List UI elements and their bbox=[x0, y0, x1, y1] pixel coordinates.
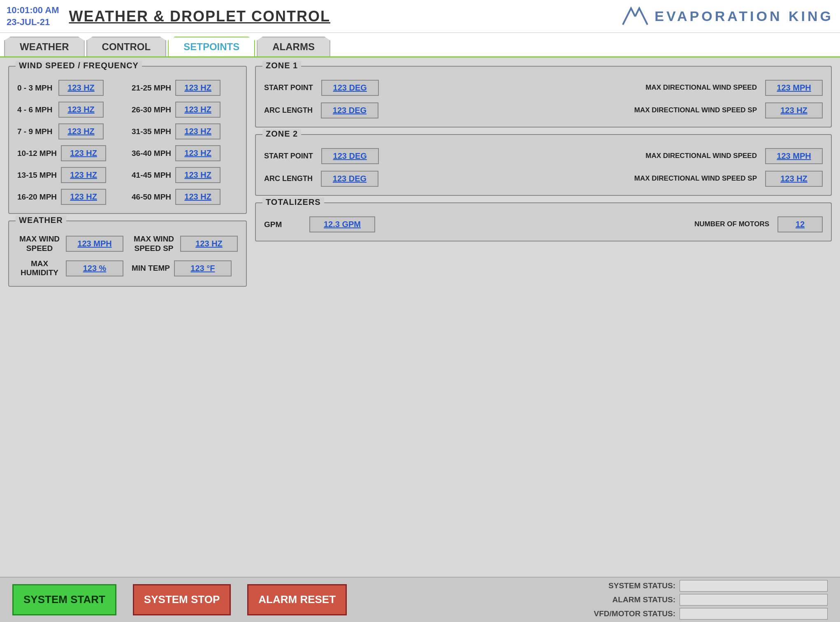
wind-label-16-20: 16-20 MPH bbox=[17, 193, 57, 202]
datetime-line1: 10:01:00 AM bbox=[7, 5, 59, 16]
zone2-start-point-value[interactable]: 123 DEG bbox=[321, 148, 379, 164]
totalizers-title: TOTALIZERS bbox=[262, 197, 324, 207]
wind-row-10-12: 10-12 MPH 123 HZ bbox=[17, 145, 123, 161]
num-motors-label: NUMBER OF MOTORS bbox=[687, 220, 769, 229]
ek-logo-icon bbox=[621, 6, 650, 27]
header: 10:01:00 AM 23-JUL-21 WEATHER & DROPLET … bbox=[0, 0, 840, 33]
wind-label-46-50: 46-50 MPH bbox=[132, 193, 171, 202]
wind-value-7-9[interactable]: 123 HZ bbox=[58, 123, 104, 139]
wind-value-36-40[interactable]: 123 HZ bbox=[175, 145, 220, 161]
min-temp-value[interactable]: 123 °F bbox=[174, 260, 232, 276]
wind-label-31-35: 31-35 MPH bbox=[132, 127, 171, 136]
wind-value-31-35[interactable]: 123 HZ bbox=[175, 123, 220, 139]
zone2-max-dir-wind-speed-sp-label: MAX DIRECTIONAL WIND SPEED SP bbox=[634, 174, 757, 183]
min-temp-label: MIN TEMP bbox=[132, 264, 170, 273]
wind-speed-section: WIND SPEED / FREQUENCY 0 - 3 MPH 123 HZ … bbox=[8, 66, 247, 214]
tab-alarms[interactable]: ALARMS bbox=[257, 37, 330, 56]
wind-value-16-20[interactable]: 123 HZ bbox=[61, 189, 106, 205]
max-wind-speed-sp-label: MAX WIND SPEED SP bbox=[132, 234, 176, 253]
wind-row-7-9: 7 - 9 MPH 123 HZ bbox=[17, 123, 123, 139]
tab-control[interactable]: CONTROL bbox=[86, 37, 167, 56]
right-panel: ZONE 1 START POINT 123 DEG MAX DIRECTION… bbox=[255, 66, 832, 569]
wind-value-4-6[interactable]: 123 HZ bbox=[58, 102, 104, 118]
system-stop-button[interactable]: SYSTEM STOP bbox=[133, 584, 231, 615]
vfd-motor-status-label: VFD/MOTOR STATUS: bbox=[585, 609, 675, 618]
company-logo: EVAPORATION KING bbox=[621, 6, 833, 27]
zone1-max-dir-wind-speed-sp-label: MAX DIRECTIONAL WIND SPEED SP bbox=[634, 106, 757, 115]
max-wind-speed-sp-field: MAX WIND SPEED SP 123 HZ bbox=[132, 234, 238, 253]
zone2-max-dir-wind-speed-value[interactable]: 123 MPH bbox=[765, 148, 823, 164]
wind-value-26-30[interactable]: 123 HZ bbox=[175, 102, 220, 118]
alarm-status-label: ALARM STATUS: bbox=[585, 595, 675, 604]
wind-row-0-3: 0 - 3 MPH 123 HZ bbox=[17, 80, 123, 96]
max-wind-speed-label: MAX WIND SPEED bbox=[17, 234, 62, 253]
company-name: EVAPORATION KING bbox=[654, 8, 833, 24]
weather-section: WEATHER MAX WIND SPEED 123 MPH MAX WIND … bbox=[8, 220, 247, 287]
max-wind-speed-sp-value[interactable]: 123 HZ bbox=[180, 236, 238, 252]
wind-label-13-15: 13-15 MPH bbox=[17, 171, 57, 180]
footer: SYSTEM START SYSTEM STOP ALARM RESET SYS… bbox=[0, 577, 840, 622]
zone1-start-point-label: START POINT bbox=[264, 84, 313, 93]
wind-row-46-50: 46-50 MPH 123 HZ bbox=[132, 189, 238, 205]
num-motors-value[interactable]: 12 bbox=[777, 216, 823, 232]
left-panel: WIND SPEED / FREQUENCY 0 - 3 MPH 123 HZ … bbox=[8, 66, 247, 569]
alarm-reset-button[interactable]: ALARM RESET bbox=[247, 584, 347, 615]
wind-value-10-12[interactable]: 123 HZ bbox=[61, 145, 106, 161]
zone2-max-dir-wind-speed-sp-value[interactable]: 123 HZ bbox=[765, 171, 823, 187]
zone1-max-dir-wind-speed-sp-value[interactable]: 123 HZ bbox=[765, 102, 823, 118]
wind-row-13-15: 13-15 MPH 123 HZ bbox=[17, 167, 123, 183]
max-humidity-field: MAX HUMIDITY 123 % bbox=[17, 259, 123, 278]
zone1-arc-length-label: ARC LENGTH bbox=[264, 106, 313, 115]
main-content: WIND SPEED / FREQUENCY 0 - 3 MPH 123 HZ … bbox=[0, 58, 840, 577]
footer-status: SYSTEM STATUS: ALARM STATUS: VFD/MOTOR S… bbox=[585, 580, 828, 620]
wind-row-26-30: 26-30 MPH 123 HZ bbox=[132, 102, 238, 118]
system-start-button[interactable]: SYSTEM START bbox=[12, 584, 116, 615]
max-wind-speed-value[interactable]: 123 MPH bbox=[66, 236, 123, 252]
system-status-value bbox=[680, 580, 828, 592]
tab-setpoints[interactable]: SETPOINTS bbox=[168, 37, 255, 56]
system-status-label: SYSTEM STATUS: bbox=[585, 581, 675, 590]
datetime-line2: 23-JUL-21 bbox=[7, 16, 59, 28]
wind-row-21-25: 21-25 MPH 123 HZ bbox=[132, 80, 238, 96]
min-temp-field: MIN TEMP 123 °F bbox=[132, 259, 238, 278]
wind-row-31-35: 31-35 MPH 123 HZ bbox=[132, 123, 238, 139]
wind-row-16-20: 16-20 MPH 123 HZ bbox=[17, 189, 123, 205]
wind-row-41-45: 41-45 MPH 123 HZ bbox=[132, 167, 238, 183]
wind-label-10-12: 10-12 MPH bbox=[17, 149, 57, 158]
zone1-arc-length-value[interactable]: 123 DEG bbox=[321, 102, 378, 118]
zone1-section: ZONE 1 START POINT 123 DEG MAX DIRECTION… bbox=[255, 66, 832, 128]
totalizers-section: TOTALIZERS GPM 12.3 GPM NUMBER OF MOTORS… bbox=[255, 202, 832, 241]
wind-value-41-45[interactable]: 123 HZ bbox=[175, 167, 220, 183]
alarm-status-value bbox=[680, 594, 828, 606]
wind-value-13-15[interactable]: 123 HZ bbox=[61, 167, 106, 183]
vfd-motor-status-row: VFD/MOTOR STATUS: bbox=[585, 608, 828, 620]
tab-weather[interactable]: WEATHER bbox=[4, 37, 85, 56]
wind-label-0-3: 0 - 3 MPH bbox=[17, 84, 54, 93]
max-humidity-value[interactable]: 123 % bbox=[66, 260, 123, 276]
wind-label-4-6: 4 - 6 MPH bbox=[17, 105, 54, 114]
wind-speed-title: WIND SPEED / FREQUENCY bbox=[16, 61, 142, 70]
tab-bar: WEATHER CONTROL SETPOINTS ALARMS bbox=[0, 33, 840, 58]
zone1-title: ZONE 1 bbox=[262, 61, 301, 70]
zone2-max-dir-wind-speed-label: MAX DIRECTIONAL WIND SPEED bbox=[645, 151, 757, 160]
zone1-max-dir-wind-speed-label: MAX DIRECTIONAL WIND SPEED bbox=[645, 83, 757, 92]
wind-value-46-50[interactable]: 123 HZ bbox=[175, 189, 220, 205]
page-title: WEATHER & DROPLET CONTROL bbox=[69, 8, 621, 25]
zone1-max-dir-wind-speed-value[interactable]: 123 MPH bbox=[765, 80, 823, 96]
weather-title: WEATHER bbox=[16, 216, 66, 225]
wind-row-36-40: 36-40 MPH 123 HZ bbox=[132, 145, 238, 161]
wind-label-36-40: 36-40 MPH bbox=[132, 149, 171, 158]
zone2-section: ZONE 2 START POINT 123 DEG MAX DIRECTION… bbox=[255, 134, 832, 196]
wind-label-7-9: 7 - 9 MPH bbox=[17, 127, 54, 136]
zone2-start-point-label: START POINT bbox=[264, 152, 313, 161]
max-wind-speed-field: MAX WIND SPEED 123 MPH bbox=[17, 234, 123, 253]
zone2-arc-length-value[interactable]: 123 DEG bbox=[321, 171, 378, 187]
vfd-motor-status-value bbox=[680, 608, 828, 620]
wind-value-0-3[interactable]: 123 HZ bbox=[58, 80, 104, 96]
wind-value-21-25[interactable]: 123 HZ bbox=[175, 80, 220, 96]
zone2-arc-length-label: ARC LENGTH bbox=[264, 174, 313, 183]
header-datetime: 10:01:00 AM 23-JUL-21 bbox=[7, 5, 59, 28]
gpm-value[interactable]: 12.3 GPM bbox=[309, 216, 375, 232]
zone1-start-point-value[interactable]: 123 DEG bbox=[321, 80, 379, 96]
wind-label-41-45: 41-45 MPH bbox=[132, 171, 171, 180]
